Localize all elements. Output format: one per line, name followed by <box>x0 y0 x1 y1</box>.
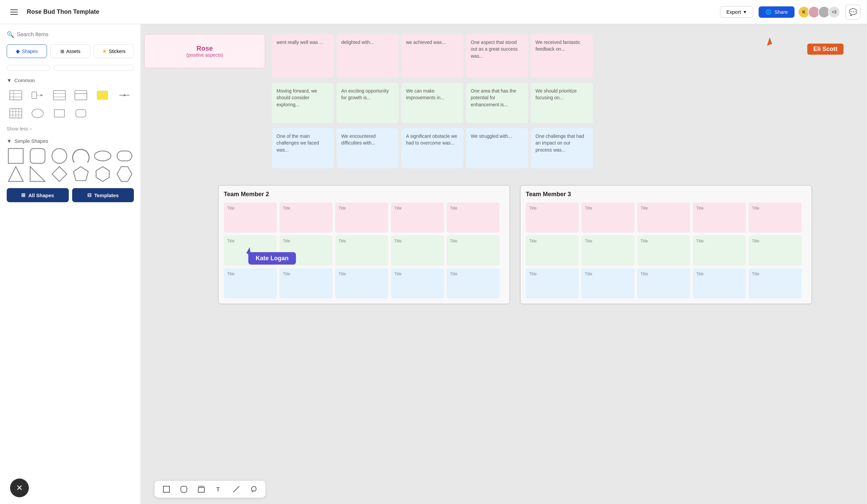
show-less-button[interactable]: Show less › <box>7 126 134 131</box>
card-1-1[interactable]: went really well was ... <box>272 34 334 78</box>
filter-tab-1[interactable] <box>7 65 50 71</box>
svg-marker-33 <box>74 167 88 181</box>
all-shapes-button[interactable]: ⊞ All Shapes <box>7 188 69 202</box>
shape-square[interactable] <box>7 149 25 163</box>
tab-shapes[interactable]: ◆ Shapes <box>7 44 47 58</box>
common-label: Common <box>14 77 35 83</box>
team3-card-2-1[interactable]: Title <box>526 235 579 266</box>
shape-hexagon[interactable] <box>115 167 133 182</box>
svg-marker-32 <box>52 167 67 182</box>
shape-ellipse-outline[interactable] <box>29 106 47 121</box>
shape-arc[interactable] <box>72 149 90 163</box>
shape-divider[interactable] <box>115 88 133 102</box>
filter-tab-2[interactable] <box>53 65 134 71</box>
team3-card-3-5[interactable]: Title <box>749 268 802 298</box>
team2-card-2-4[interactable]: Title <box>391 235 444 266</box>
shape-grid-table[interactable] <box>7 106 25 121</box>
eli-cursor-label: Eli Scott <box>807 44 844 55</box>
team2-card-1-1[interactable]: Title <box>224 202 277 233</box>
toolbar-lasso[interactable] <box>248 484 259 495</box>
search-input[interactable] <box>17 32 134 37</box>
shape-card[interactable] <box>72 88 90 102</box>
share-button[interactable]: 🌐 Share <box>759 7 794 18</box>
shape-stadium[interactable] <box>115 149 133 163</box>
team2-card-1-4[interactable]: Title <box>391 202 444 233</box>
shape-connector[interactable] <box>29 88 47 102</box>
team-member-2-section: Team Member 2 Title Title Title Title Ti… <box>218 185 510 304</box>
comment-button[interactable]: 💬 <box>846 5 860 20</box>
card-1-5[interactable]: We received fantastic feedback on... <box>531 34 593 78</box>
card-1-3[interactable]: we achieved was... <box>401 34 463 78</box>
shape-pentagon[interactable] <box>72 167 90 182</box>
toolbar-line[interactable] <box>231 484 242 495</box>
card-3-1[interactable]: One of the main challenges we faced was.… <box>272 128 334 168</box>
templates-button[interactable]: ⊟ Templates <box>72 188 134 202</box>
grid-icon: ⊞ <box>21 192 25 198</box>
avatar-count[interactable]: +3 <box>828 6 840 18</box>
shape-oval[interactable] <box>94 149 112 163</box>
card-3-2[interactable]: We encountered difficulties with... <box>336 128 399 168</box>
team3-card-1-5[interactable]: Title <box>749 202 802 233</box>
card-3-3[interactable]: A significant obstacle we had to overcom… <box>401 128 463 168</box>
team2-card-2-5[interactable]: Title <box>447 235 500 266</box>
team3-card-1-2[interactable]: Title <box>581 202 634 233</box>
shape-hexagon-rounded[interactable] <box>94 167 112 182</box>
bottom-buttons: ⊞ All Shapes ⊟ Templates <box>7 188 134 202</box>
card-2-3[interactable]: We can make improvements in... <box>401 83 463 123</box>
toolbar-rounded-rectangle[interactable] <box>178 484 190 495</box>
team3-card-3-4[interactable]: Title <box>693 268 746 298</box>
team3-card-3-2[interactable]: Title <box>581 268 634 298</box>
team2-card-3-3[interactable]: Title <box>335 268 388 298</box>
team2-card-2-3[interactable]: Title <box>335 235 388 266</box>
shape-circle[interactable] <box>50 149 68 163</box>
team2-card-1-3[interactable]: Title <box>335 202 388 233</box>
close-circle-button[interactable]: ✕ <box>10 479 29 497</box>
team2-card-3-4[interactable]: Title <box>391 268 444 298</box>
card-3-5[interactable]: One challenge that had an impact on our … <box>531 128 593 168</box>
shape-rounded-outline[interactable] <box>72 106 90 121</box>
shape-diamond[interactable] <box>50 167 68 182</box>
team3-card-3-3[interactable]: Title <box>637 268 690 298</box>
shape-triangle[interactable] <box>7 167 25 182</box>
team3-card-2-3[interactable]: Title <box>637 235 690 266</box>
toolbar-shape-container[interactable] <box>196 484 207 495</box>
team2-card-3-2[interactable]: Title <box>279 268 332 298</box>
card-2-2[interactable]: An exciting opportunity for growth is... <box>336 83 399 123</box>
card-1-2[interactable]: delighted with... <box>336 34 399 78</box>
team2-card-1-2[interactable]: Title <box>279 202 332 233</box>
svg-rect-36 <box>163 486 169 492</box>
card-2-4[interactable]: One area that has the potential for enha… <box>466 83 528 123</box>
team2-card-3-5[interactable]: Title <box>447 268 500 298</box>
svg-rect-38 <box>198 487 204 492</box>
canvas[interactable]: Rose (positive aspects) went really well… <box>141 24 867 504</box>
shape-rect-outline[interactable] <box>50 106 68 121</box>
team2-card-1-5[interactable]: Title <box>447 202 500 233</box>
simple-shapes-header[interactable]: ▼ Simple Shapes <box>7 138 134 144</box>
shape-right-triangle[interactable] <box>29 167 47 182</box>
common-section-header[interactable]: ▼ Common <box>7 77 134 83</box>
team3-card-2-4[interactable]: Title <box>693 235 746 266</box>
card-2-1[interactable]: Moving forward, we should consider explo… <box>272 83 334 123</box>
card-2-5[interactable]: We should prioritize focusing on... <box>531 83 593 123</box>
team3-card-1-1[interactable]: Title <box>526 202 579 233</box>
team3-card-2-2[interactable]: Title <box>581 235 634 266</box>
menu-button[interactable] <box>7 5 21 20</box>
shape-sticky[interactable] <box>94 88 112 102</box>
toolbar-rectangle[interactable] <box>161 484 172 495</box>
tab-stickers[interactable]: ★ Stickers <box>94 44 134 58</box>
toolbar-text[interactable]: T <box>213 484 224 495</box>
svg-point-15 <box>124 94 126 96</box>
card-3-4[interactable]: We struggled with... <box>466 128 528 168</box>
tab-assets[interactable]: ⊞ Assets <box>50 44 90 58</box>
shape-table[interactable] <box>7 88 25 102</box>
shape-rounded-square[interactable] <box>29 149 47 163</box>
shape-list[interactable] <box>50 88 68 102</box>
row-1: went really well was ... delighted with.… <box>272 34 593 78</box>
export-button[interactable]: Export ▼ <box>720 6 753 18</box>
team3-card-3-1[interactable]: Title <box>526 268 579 298</box>
team3-card-2-5[interactable]: Title <box>749 235 802 266</box>
team3-card-1-3[interactable]: Title <box>637 202 690 233</box>
team3-card-1-4[interactable]: Title <box>693 202 746 233</box>
team2-card-3-1[interactable]: Title <box>224 268 277 298</box>
card-1-4[interactable]: One aspect that stood out as a great suc… <box>466 34 528 78</box>
